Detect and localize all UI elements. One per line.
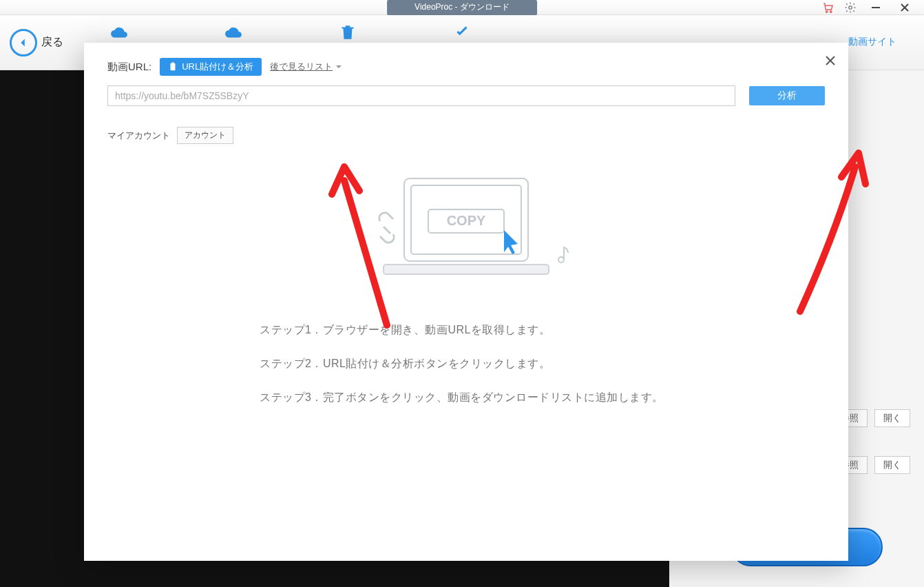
open-button-1[interactable]: 開く [874,409,910,427]
illustration: COPY [107,172,825,289]
url-input[interactable] [107,85,735,106]
url-modal: 動画URL: URL貼付け＆分析 後で見るリスト 分析 マイアカウント アカウン… [84,43,848,561]
minimize-button[interactable] [866,1,885,14]
back-label: 戻る [41,35,63,50]
cursor-icon [504,230,518,254]
cart-icon[interactable] [822,1,834,14]
close-button[interactable] [895,1,914,14]
copy-text: COPY [447,213,486,228]
cloud-icon-2[interactable] [224,23,242,41]
analyze-button[interactable]: 分析 [749,86,825,105]
later-label: 後で見るリスト [270,61,333,73]
account-label: マイアカウント [107,130,170,142]
step-2: ステップ2．URL貼付け＆分析ボタンをクリックします。 [260,357,673,371]
svg-point-0 [826,10,828,12]
back-button[interactable]: 戻る [10,29,63,56]
watch-later-link[interactable]: 後で見るリスト [270,61,342,73]
svg-point-1 [830,10,832,12]
check-icon[interactable] [453,23,471,41]
step-3: ステップ3．完了ボタンをクリック、動画をダウンロードリストに追加します。 [260,391,673,405]
music-note-icon [558,247,568,262]
window-title: VideoProc - ダウンロード [387,0,537,15]
link-icon [379,213,394,243]
header-tabs [110,23,471,41]
chevron-down-icon [335,63,342,70]
svg-line-14 [384,227,390,234]
cloud-icon[interactable] [110,23,128,41]
close-icon[interactable] [822,52,839,69]
url-label: 動画URL: [107,61,151,74]
paste-analyze-button[interactable]: URL貼付け＆分析 [160,58,262,76]
svg-point-15 [558,257,564,262]
svg-rect-9 [171,63,174,64]
gear-icon[interactable] [844,1,857,14]
trash-icon[interactable] [339,23,357,41]
step-1: ステップ1．ブラウザーを開き、動画URLを取得します。 [260,323,673,338]
site-label[interactable]: 動画サイト [848,36,896,48]
svg-rect-8 [171,63,176,71]
open-button-2[interactable]: 開く [874,456,910,474]
svg-rect-12 [384,265,549,274]
titlebar: VideoProc - ダウンロード [0,0,924,15]
svg-point-2 [849,6,852,9]
account-button[interactable]: アカウント [177,127,233,144]
paste-label: URL貼付け＆分析 [182,61,253,73]
